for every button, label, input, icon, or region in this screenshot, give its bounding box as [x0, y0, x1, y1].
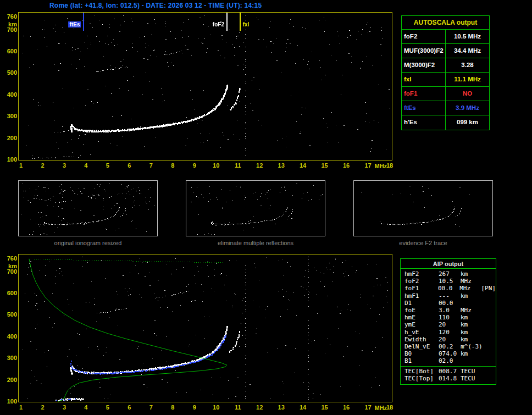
aip-param-unit: MHz	[461, 278, 483, 285]
x-tick-label: 4	[84, 404, 87, 411]
aip-param-name: foF2	[404, 278, 439, 285]
y-tick-label: 200	[2, 377, 17, 383]
x-tick-label: 1	[19, 404, 23, 411]
y-tick-label: 600	[2, 48, 17, 54]
station-date-time-title: Rome (lat: +41.8, lon: 012.5) - DATE: 20…	[49, 2, 262, 9]
thumbnail-no-multiple-reflections	[186, 180, 325, 236]
x-tick-label: 7	[149, 162, 153, 169]
y-tick-label: 760	[2, 255, 17, 262]
ionogram-plot-bottom: 760700600500400300200100km12345678910111…	[18, 254, 392, 402]
thumbnail-caption-f2-trace: evidence F2 trace	[353, 240, 493, 246]
x-tick-label: 2	[41, 162, 44, 169]
aip-param-unit: MHz	[461, 307, 483, 314]
autoscala-row-M(3000)F2: M(3000)F23.28	[402, 58, 489, 73]
aip-param-unit	[461, 300, 483, 307]
aip-param-extra	[483, 375, 496, 382]
aip-param-value: 3.0	[439, 307, 461, 314]
marker-line-fxI	[240, 13, 241, 31]
x-tick-label: 2	[41, 404, 44, 411]
aip-row-hmE: hmE110km	[401, 314, 496, 321]
autoscala-param-label: ftEs	[402, 101, 446, 115]
aip-param-value: 00.2	[439, 343, 461, 350]
aip-param-name: Ewidth	[404, 336, 439, 343]
aip-param-value: 00.0	[439, 300, 461, 307]
ionogram-canvas-top	[19, 13, 392, 160]
autoscala-param-value: 10.5 MHz	[446, 30, 489, 43]
aip-param-extra	[483, 357, 496, 364]
autoscala-param-value: 3.28	[446, 58, 489, 72]
x-tick-label: 18	[386, 162, 393, 169]
aip-param-unit: km	[461, 314, 483, 321]
aip-param-extra	[483, 321, 496, 328]
x-tick-label: 15	[321, 162, 328, 169]
aip-output-table: AIP output hmF2267kmfoF210.5MHzfoF100.0M…	[400, 258, 496, 385]
y-tick-label: 100	[2, 156, 17, 163]
x-tick-label: 13	[278, 404, 285, 411]
aip-param-unit: MHz	[459, 285, 481, 292]
aip-param-extra	[483, 307, 496, 314]
aip-param-name: foE	[404, 307, 439, 314]
aip-param-extra	[483, 270, 496, 278]
aip-param-unit: km	[461, 336, 483, 343]
x-tick-label: 3	[63, 404, 66, 411]
aip-param-name: h_vE	[404, 329, 439, 336]
x-tick-label: 6	[128, 404, 131, 411]
thumbnail-original-ionogram	[18, 180, 158, 236]
autoscala-param-label: h'Es	[402, 115, 446, 130]
y-tick-label: 400	[2, 91, 17, 98]
x-tick-label: 12	[256, 404, 263, 411]
aip-param-extra	[483, 336, 496, 343]
x-tick-label: 10	[213, 404, 219, 411]
aip-row-TEC[Bot]: TEC[Bot]008.7TECU	[401, 368, 496, 375]
aip-row-DelN_vE: DelN_vE00.2m^(-3)	[401, 343, 496, 350]
autoscala-param-label: fxI	[402, 73, 446, 86]
x-tick-label: 5	[106, 404, 109, 411]
aip-param-value: 02.0	[439, 357, 461, 364]
aip-row-foF1: foF100.0MHz[PN]	[401, 285, 496, 292]
aip-table-title: AIP output	[401, 259, 496, 269]
aip-param-unit: km	[461, 321, 483, 328]
aip-param-extra	[483, 329, 496, 336]
aip-param-extra	[483, 314, 496, 321]
y-tick-label: 500	[2, 311, 17, 318]
x-tick-label: 12	[256, 162, 263, 169]
aip-param-name: TEC[Bot]	[404, 368, 439, 375]
aip-row-B0: B0074.0km	[401, 350, 496, 357]
y-tick-label: 600	[2, 290, 17, 296]
x-tick-label: 10	[213, 162, 219, 169]
aip-param-name: foF1	[404, 285, 438, 292]
y-tick-label: 760	[2, 13, 17, 20]
thumbnail-canvas-original	[19, 181, 157, 236]
x-tick-label: 8	[171, 404, 174, 411]
autoscala-param-value: NO	[446, 87, 489, 101]
autoscala-row-foF2: foF210.5 MHz	[402, 30, 489, 44]
x-tick-label: 17	[364, 162, 371, 169]
aip-row-hmF2: hmF2267km	[401, 270, 496, 278]
autoscala-param-value: 3.9 MHz	[446, 101, 489, 115]
x-tick-label: 14	[300, 404, 306, 411]
x-tick-label: 1	[19, 162, 23, 169]
marker-label-ftEs: ftEs	[69, 21, 81, 27]
aip-param-value: 20	[439, 321, 461, 328]
thumbnail-caption-original: original ionogram resized	[18, 240, 158, 246]
aip-param-value: 120	[439, 329, 461, 336]
aip-row-foF2: foF210.5MHz	[401, 278, 496, 285]
y-tick-label: 100	[2, 398, 17, 405]
aip-param-name: hmF2	[404, 270, 439, 278]
aip-param-unit: km	[461, 270, 483, 278]
autoscala-row-h'Es: h'Es099 km	[402, 115, 489, 130]
aip-param-value: 074.0	[439, 350, 461, 357]
autoscala-param-value: 34.4 MHz	[446, 44, 489, 58]
x-tick-label: 16	[343, 404, 350, 411]
autoscala-row-MUF(3000)F2: MUF(3000)F234.4 MHz	[402, 44, 489, 58]
marker-line-foF2	[226, 13, 228, 31]
autoscala-table-rows: foF210.5 MHzMUF(3000)F234.4 MHzM(3000)F2…	[402, 30, 489, 130]
aip-row-D1: D100.0	[401, 300, 496, 307]
aip-param-extra	[483, 278, 496, 285]
autoscala-row-fxI: fxI11.1 MHz	[402, 73, 489, 87]
aip-param-unit: TECU	[461, 375, 483, 382]
aip-separator	[401, 366, 496, 367]
aip-param-unit: km	[461, 292, 483, 300]
marker-label-fxI: fxI	[243, 21, 250, 27]
aip-param-value: 008.7	[439, 368, 461, 375]
